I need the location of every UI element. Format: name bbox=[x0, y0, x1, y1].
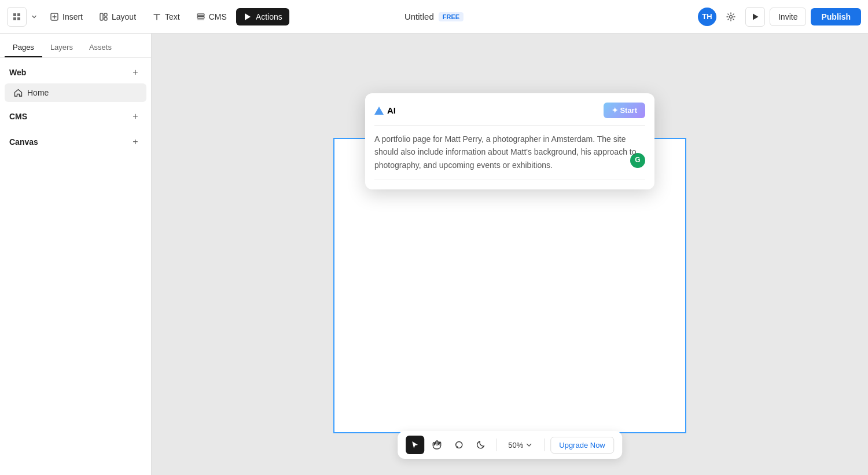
svg-marker-9 bbox=[753, 13, 759, 20]
pan-tool[interactable] bbox=[428, 436, 446, 454]
zoom-selector[interactable]: 50% bbox=[502, 438, 538, 452]
ai-prompt-text: A portfolio page for Matt Perry, a photo… bbox=[374, 125, 645, 171]
text-button[interactable]: Text bbox=[145, 8, 187, 25]
svg-rect-3 bbox=[104, 17, 107, 20]
page-title: Untitled bbox=[404, 12, 434, 21]
layout-button[interactable]: Layout bbox=[92, 8, 143, 25]
settings-button[interactable] bbox=[721, 7, 741, 27]
ai-triangle-icon bbox=[374, 107, 384, 115]
main-toolbar: Insert Layout Text CMS Actions Untitled … bbox=[0, 0, 868, 34]
cursor-icon bbox=[410, 440, 420, 450]
ai-logo: AI bbox=[374, 105, 396, 115]
bottom-toolbar: 50% Upgrade Now bbox=[398, 431, 622, 459]
ai-popup-header: AI ✦ Start bbox=[374, 103, 645, 118]
select-tool[interactable] bbox=[406, 436, 424, 454]
ai-start-button[interactable]: ✦ Start bbox=[604, 103, 645, 118]
add-canvas-button[interactable]: + bbox=[129, 136, 142, 148]
preview-button[interactable] bbox=[745, 7, 765, 27]
svg-rect-2 bbox=[104, 13, 107, 16]
canvas-area[interactable]: De ... nt AI ✦ Start bbox=[152, 34, 868, 475]
svg-point-8 bbox=[729, 15, 732, 18]
canvas-section-header[interactable]: Canvas + bbox=[0, 127, 151, 153]
add-cms-button[interactable]: + bbox=[129, 110, 142, 123]
actions-button[interactable]: Actions bbox=[236, 8, 289, 25]
free-badge: FREE bbox=[439, 12, 464, 21]
svg-marker-7 bbox=[245, 13, 251, 20]
sidebar-tabs: Pages Layers Assets bbox=[0, 34, 151, 58]
sidebar: Pages Layers Assets Web + Home CMS + bbox=[0, 34, 152, 475]
add-web-button[interactable]: + bbox=[129, 66, 142, 79]
publish-button[interactable]: Publish bbox=[811, 8, 861, 25]
toolbar-divider-2 bbox=[544, 439, 545, 451]
dark-mode-tool[interactable] bbox=[472, 436, 490, 454]
chevron-down-icon bbox=[525, 441, 532, 448]
toolbar-divider bbox=[496, 439, 496, 451]
home-icon bbox=[14, 89, 23, 97]
web-section-header[interactable]: Web + bbox=[0, 58, 151, 83]
insert-button[interactable]: Insert bbox=[43, 8, 90, 25]
web-section-label: Web bbox=[9, 68, 26, 77]
ai-popup: AI ✦ Start A portfolio page for Matt Per… bbox=[365, 93, 654, 189]
moon-icon bbox=[476, 440, 486, 450]
svg-rect-6 bbox=[197, 19, 204, 20]
tab-layers[interactable]: Layers bbox=[42, 38, 81, 57]
cms-button[interactable]: CMS bbox=[189, 8, 234, 25]
hand-icon bbox=[432, 440, 442, 450]
avatar[interactable]: TH bbox=[698, 8, 716, 26]
cms-section-header[interactable]: CMS + bbox=[0, 102, 151, 127]
ai-divider bbox=[374, 180, 645, 180]
sidebar-item-home[interactable]: Home bbox=[5, 83, 146, 102]
toolbar-center: Untitled FREE bbox=[404, 12, 464, 21]
toolbar-right: TH Invite Publish bbox=[698, 7, 861, 27]
svg-rect-4 bbox=[197, 14, 204, 16]
upgrade-button[interactable]: Upgrade Now bbox=[550, 437, 614, 454]
tab-pages[interactable]: Pages bbox=[5, 38, 42, 57]
logo-button[interactable] bbox=[7, 7, 27, 27]
comment-tool[interactable] bbox=[450, 436, 468, 454]
main-layout: Pages Layers Assets Web + Home CMS + bbox=[0, 34, 868, 475]
svg-rect-1 bbox=[100, 13, 103, 20]
invite-button[interactable]: Invite bbox=[770, 8, 806, 26]
canvas-section-label: Canvas bbox=[9, 137, 38, 147]
tab-assets[interactable]: Assets bbox=[81, 38, 120, 57]
svg-rect-5 bbox=[197, 16, 204, 18]
comment-icon bbox=[454, 440, 464, 450]
cms-section-label: CMS bbox=[9, 112, 27, 121]
logo-chevron-icon bbox=[31, 14, 37, 20]
